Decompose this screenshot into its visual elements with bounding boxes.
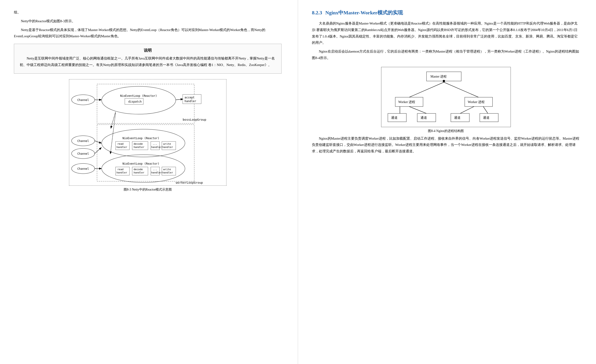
figure-8-4-container: Master 进程 Worker 进程 Worker 进程 — [312, 67, 580, 133]
figure-8-4: Master 进程 Worker 进程 Worker 进程 — [381, 67, 511, 127]
diagram-8-4-svg: Master 进程 Worker 进程 Worker 进程 — [381, 67, 511, 127]
svg-text:dispatch: dispatch — [128, 100, 142, 103]
svg-text:bossLoopGroup: bossLoopGroup — [183, 118, 206, 121]
svg-text:NioEventLoop (Reactor): NioEventLoop (Reactor) — [120, 94, 157, 97]
svg-text:write: write — [163, 142, 171, 145]
diagram-8-3-svg: bossLoopGroup NioEventLoop (Reactor) dis… — [69, 79, 227, 186]
svg-text:通道: 通道 — [391, 116, 398, 119]
svg-text:Worker 进程: Worker 进程 — [398, 100, 415, 104]
intro-line: 组。 — [14, 9, 282, 16]
svg-text:handler: handler — [162, 146, 173, 149]
svg-text:handler: handler — [117, 171, 127, 174]
svg-text:accept: accept — [185, 96, 194, 99]
note-box: 说明 Netty是互联网中间件领域使用广泛、核心的网络通信框架之一。几乎所有Ja… — [14, 44, 282, 74]
right-para2: Nginx在启动后会以daemon方式在后台运行，它的后台进程有两类：一类称为M… — [312, 48, 580, 61]
svg-line-49 — [95, 141, 101, 143]
svg-point-56 — [443, 80, 445, 82]
svg-text:decode: decode — [134, 142, 143, 145]
left-page: 组。 Netty中的Reactor模式如图8-3所示。 Netty是基于Reac… — [0, 0, 298, 364]
svg-text:Worker 进程: Worker 进程 — [468, 100, 485, 104]
svg-text:handler: handler — [117, 146, 127, 149]
svg-text:通道: 通道 — [420, 116, 427, 119]
svg-line-53 — [111, 113, 116, 154]
note-title: 说明 — [20, 48, 276, 53]
svg-line-9 — [176, 99, 183, 100]
svg-text:Channel: Channel — [77, 167, 89, 171]
svg-line-64 — [409, 106, 426, 113]
svg-text:NioEventLoop (Reactor): NioEventLoop (Reactor) — [122, 162, 159, 165]
svg-line-65 — [460, 106, 474, 113]
svg-line-50 — [95, 148, 101, 154]
left-para2: Netty是基于Reactor模式的具体实现，体现了Master-Worker模… — [14, 27, 282, 40]
svg-line-57 — [409, 82, 444, 97]
figure-8-3: bossLoopGroup NioEventLoop (Reactor) dis… — [69, 79, 226, 186]
svg-text:write: write — [163, 168, 171, 171]
svg-line-66 — [483, 106, 488, 113]
svg-text:Channel: Channel — [77, 98, 89, 102]
svg-text:Master 进程: Master 进程 — [431, 75, 447, 78]
svg-text:通道: 通道 — [483, 116, 490, 119]
svg-text:Channel: Channel — [77, 152, 89, 155]
svg-text:handler: handler — [185, 100, 196, 103]
svg-text:Channel: Channel — [77, 139, 89, 143]
svg-text:NioEventLoop (Reactor): NioEventLoop (Reactor) — [122, 137, 159, 140]
note-para1: Netty是互联网中间件领域使用广泛、核心的网络通信框架之一。几乎所有Java互… — [20, 55, 276, 68]
section-title: Nginx中Master-Worker模式的实现 — [325, 10, 403, 15]
svg-line-58 — [444, 82, 479, 97]
right-para1: 大名鼎鼎的Nginx服务器是Master-Worker模式（更准确地说是Reac… — [312, 20, 580, 46]
svg-text:handler: handler — [162, 171, 173, 174]
section-heading-8-2-3: 8.2.3Nginx中Master-Worker模式的实现 — [312, 9, 580, 16]
svg-text:read: read — [117, 168, 124, 171]
right-page: 8.2.3Nginx中Master-Worker模式的实现 大名鼎鼎的Nginx… — [298, 0, 596, 364]
svg-text:通道: 通道 — [454, 116, 461, 119]
svg-text:read: read — [117, 142, 124, 145]
figure-8-3-caption: 图8-3 Netty中的Reactor模式示意图 — [124, 187, 172, 192]
svg-rect-1 — [97, 84, 194, 123]
svg-text:handler: handler — [134, 171, 144, 174]
left-para1: Netty中的Reactor模式如图8-3所示。 — [14, 18, 282, 24]
section-number: 8.2.3 — [312, 10, 322, 15]
svg-text:handler: handler — [151, 171, 162, 174]
svg-text:handler: handler — [151, 146, 162, 149]
svg-text:handler: handler — [134, 146, 144, 149]
svg-text:...: ... — [153, 168, 157, 171]
svg-text:decode: decode — [134, 168, 143, 171]
right-para3: Nginx的Master进程主要负责调度Worker进程，比如加载配置、启动工作… — [312, 135, 580, 155]
svg-text:...: ... — [153, 142, 157, 145]
figure-8-3-container: bossLoopGroup NioEventLoop (Reactor) dis… — [14, 79, 282, 192]
svg-line-52 — [111, 112, 116, 128]
figure-8-4-caption: 图8-4 Nginx的进程结构图 — [428, 129, 464, 133]
